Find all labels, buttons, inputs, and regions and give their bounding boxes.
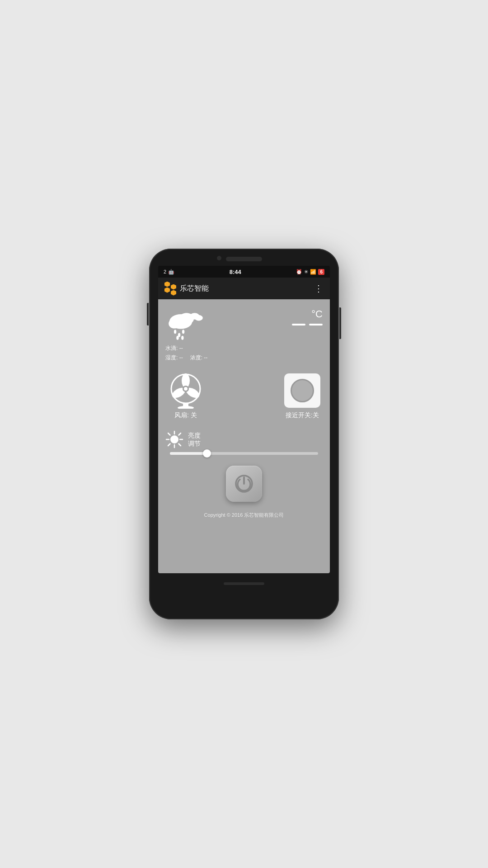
android-icon: 🤖 bbox=[168, 269, 174, 275]
fan-label: 风扇: 关 bbox=[174, 411, 197, 420]
weather-icon-area: 水滴: -- 湿度: -- 浓度: -- bbox=[165, 307, 207, 362]
temp-dashes bbox=[292, 324, 323, 326]
proximity-box bbox=[284, 373, 320, 408]
concentration-label: 浓度: -- bbox=[190, 354, 208, 362]
power-side-button bbox=[339, 307, 341, 339]
power-button[interactable] bbox=[226, 466, 262, 502]
status-right: ⏰ ✳ 📶 6 bbox=[296, 269, 324, 275]
phone-bottom bbox=[224, 573, 264, 591]
hex-4 bbox=[171, 290, 176, 296]
notification-count: 2 bbox=[164, 269, 166, 274]
fan-icon-wrap bbox=[165, 373, 206, 409]
temp-unit: °C bbox=[311, 308, 323, 320]
app-title: 乐芯智能 bbox=[180, 284, 209, 293]
fan-device: 风扇: 关 bbox=[165, 373, 206, 420]
hex-3 bbox=[171, 284, 176, 290]
svg-point-5 bbox=[174, 330, 176, 334]
app-bar: 乐芯智能 ⋮ bbox=[158, 278, 330, 299]
volume-button bbox=[147, 303, 149, 326]
devices-row: 风扇: 关 接近开关:关 bbox=[165, 369, 323, 423]
camera bbox=[217, 256, 221, 260]
battery-badge: 6 bbox=[318, 269, 324, 275]
copyright: Copyright © 2016 乐芯智能有限公司 bbox=[165, 509, 323, 519]
weather-section: 水滴: -- 湿度: -- 浓度: -- °C bbox=[165, 307, 323, 365]
svg-point-4 bbox=[195, 315, 203, 321]
temp-area: °C bbox=[292, 307, 323, 326]
sun-icon bbox=[165, 430, 183, 448]
waterdrop-label: 水滴: -- bbox=[165, 344, 183, 352]
phone-screen: 2 🤖 8:44 ⏰ ✳ 📶 6 bbox=[158, 266, 330, 573]
brightness-slider-thumb[interactable] bbox=[203, 449, 211, 458]
phone-top bbox=[149, 249, 339, 261]
bluetooth-icon: ✳ bbox=[304, 269, 308, 275]
proximity-device: 接近开关:关 bbox=[282, 373, 323, 420]
svg-point-18 bbox=[170, 435, 178, 443]
power-section bbox=[165, 462, 323, 505]
svg-line-25 bbox=[179, 433, 181, 435]
brightness-slider-fill bbox=[170, 452, 207, 455]
proximity-circle-icon bbox=[291, 379, 314, 402]
svg-line-24 bbox=[179, 444, 181, 446]
main-content: 水滴: -- 湿度: -- 浓度: -- °C bbox=[158, 299, 330, 573]
brightness-top: 亮度调节 bbox=[165, 430, 323, 448]
weather-labels: 水滴: -- bbox=[165, 344, 183, 352]
svg-line-26 bbox=[168, 444, 170, 446]
brightness-slider-track[interactable] bbox=[170, 452, 318, 455]
svg-point-15 bbox=[184, 387, 188, 391]
dash-1 bbox=[292, 324, 305, 326]
hex-2 bbox=[164, 288, 170, 293]
status-time: 8:44 bbox=[230, 269, 241, 275]
signal-icon: 📶 bbox=[310, 269, 316, 275]
svg-point-7 bbox=[182, 330, 184, 334]
svg-line-23 bbox=[168, 433, 170, 435]
brightness-section: 亮度调节 bbox=[165, 427, 323, 458]
humidity-label: 湿度: -- bbox=[165, 354, 183, 362]
rain-cloud-icon bbox=[165, 307, 206, 343]
svg-point-9 bbox=[181, 336, 183, 340]
hex-1 bbox=[164, 282, 170, 287]
home-bar[interactable] bbox=[224, 582, 264, 585]
menu-button[interactable]: ⋮ bbox=[314, 283, 324, 294]
alarm-icon: ⏰ bbox=[296, 269, 302, 275]
proximity-wrap bbox=[282, 373, 323, 409]
speaker bbox=[226, 257, 262, 261]
svg-point-8 bbox=[176, 336, 178, 340]
fan-icon bbox=[166, 373, 206, 409]
svg-point-17 bbox=[178, 406, 194, 409]
status-bar: 2 🤖 8:44 ⏰ ✳ 📶 6 bbox=[158, 266, 330, 278]
proximity-label: 接近开关:关 bbox=[286, 411, 319, 420]
app-logo bbox=[164, 282, 176, 296]
humidity-labels: 湿度: -- 浓度: -- bbox=[165, 354, 207, 362]
dash-2 bbox=[309, 324, 323, 326]
status-left: 2 🤖 bbox=[164, 269, 174, 275]
brightness-label: 亮度调节 bbox=[188, 431, 201, 448]
phone-frame: 2 🤖 8:44 ⏰ ✳ 📶 6 bbox=[149, 249, 339, 619]
brightness-slider-wrap bbox=[165, 452, 323, 455]
app-bar-left: 乐芯智能 bbox=[164, 282, 209, 296]
power-icon bbox=[233, 473, 255, 495]
svg-point-2 bbox=[169, 319, 180, 329]
